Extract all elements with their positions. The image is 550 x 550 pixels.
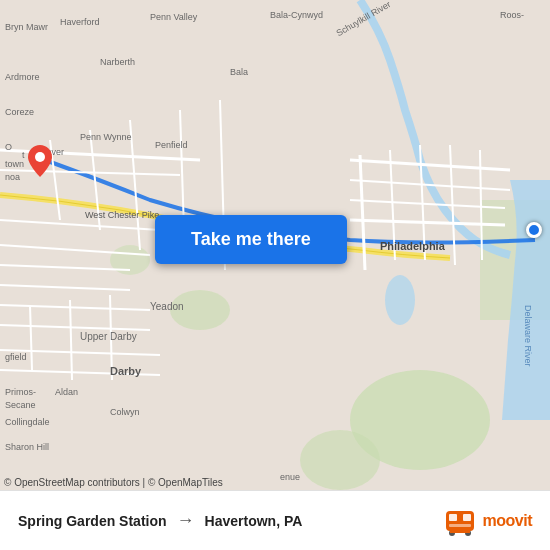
svg-text:Upper Darby: Upper Darby xyxy=(80,331,137,342)
svg-text:Bryn Mawr: Bryn Mawr xyxy=(5,22,48,32)
svg-text:Sharon Hill: Sharon Hill xyxy=(5,442,49,452)
svg-text:Yeadon: Yeadon xyxy=(150,301,184,312)
arrow-icon: → xyxy=(177,510,195,531)
map-container: Bryn Mawr Haverford Penn Valley Bala-Cyn… xyxy=(0,0,550,490)
svg-text:gfield: gfield xyxy=(5,352,27,362)
origin-label: Spring Garden Station xyxy=(18,513,167,529)
svg-point-5 xyxy=(110,245,150,275)
svg-text:Penn Valley: Penn Valley xyxy=(150,12,198,22)
svg-rect-67 xyxy=(449,514,457,521)
svg-text:Haverford: Haverford xyxy=(60,17,100,27)
svg-text:Philadelphia: Philadelphia xyxy=(380,240,446,252)
origin-marker xyxy=(28,145,52,177)
destination-label: Havertown, PA xyxy=(205,513,303,529)
svg-text:town: town xyxy=(5,159,24,169)
svg-rect-69 xyxy=(449,524,471,527)
svg-text:Penfield: Penfield xyxy=(155,140,188,150)
svg-text:Penn Wynne: Penn Wynne xyxy=(80,132,131,142)
svg-point-2 xyxy=(300,430,380,490)
svg-text:Collingdale: Collingdale xyxy=(5,417,50,427)
route-info: Spring Garden Station → Havertown, PA xyxy=(18,510,442,531)
svg-rect-68 xyxy=(463,514,471,521)
svg-text:enue: enue xyxy=(280,472,300,482)
svg-text:noa: noa xyxy=(5,172,20,182)
svg-text:Bala-Cynwyd: Bala-Cynwyd xyxy=(270,10,323,20)
footer-bar: Spring Garden Station → Havertown, PA mo… xyxy=(0,490,550,550)
svg-text:Delaware River: Delaware River xyxy=(523,305,533,367)
svg-point-6 xyxy=(385,275,415,325)
svg-text:O: O xyxy=(5,142,12,152)
svg-rect-72 xyxy=(450,530,470,533)
destination-marker xyxy=(526,222,542,238)
svg-text:Ardmore: Ardmore xyxy=(5,72,40,82)
moovit-logo: moovit xyxy=(442,503,532,539)
map-attribution: © OpenStreetMap contributors | © OpenMap… xyxy=(4,477,223,488)
svg-text:Darby: Darby xyxy=(110,365,142,377)
take-me-there-button[interactable]: Take me there xyxy=(155,215,347,264)
svg-text:Primos-: Primos- xyxy=(5,387,36,397)
moovit-icon xyxy=(442,503,478,539)
svg-text:Roos-: Roos- xyxy=(500,10,524,20)
svg-text:Colwyn: Colwyn xyxy=(110,407,140,417)
svg-text:Secane: Secane xyxy=(5,400,36,410)
svg-point-65 xyxy=(35,152,45,162)
svg-text:Narberth: Narberth xyxy=(100,57,135,67)
svg-text:Aldan: Aldan xyxy=(55,387,78,397)
svg-text:Bala: Bala xyxy=(230,67,248,77)
svg-text:Coreze: Coreze xyxy=(5,107,34,117)
moovit-brand-text: moovit xyxy=(483,512,532,530)
svg-text:West Chester Pike: West Chester Pike xyxy=(85,210,159,220)
